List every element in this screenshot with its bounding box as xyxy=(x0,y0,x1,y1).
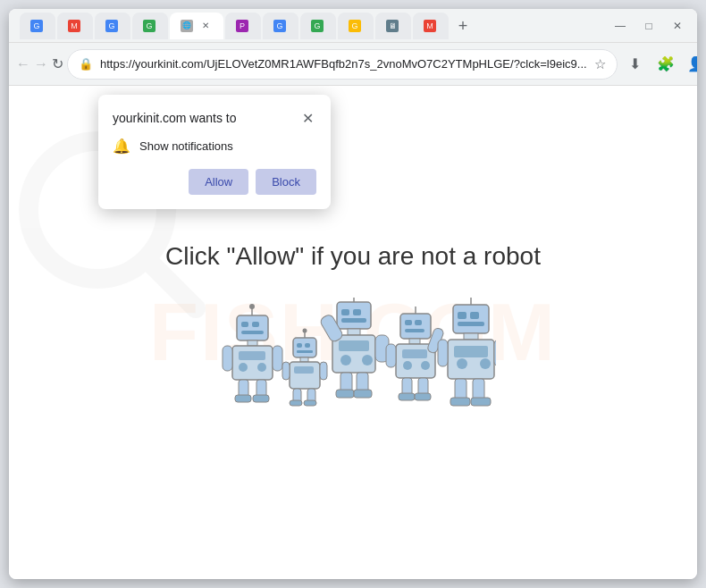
popup-notification-item: 🔔 Show notifications xyxy=(113,138,316,155)
tab-9[interactable]: G xyxy=(338,13,374,39)
svg-rect-69 xyxy=(470,312,479,319)
svg-rect-70 xyxy=(458,322,484,326)
svg-rect-26 xyxy=(290,362,320,389)
tab-close-icon[interactable]: ✕ xyxy=(198,19,213,33)
svg-rect-33 xyxy=(304,400,316,406)
tab-active-favicon: 🌐 xyxy=(181,20,193,32)
maximize-button[interactable]: □ xyxy=(636,13,661,38)
svg-rect-19 xyxy=(293,338,316,357)
svg-rect-21 xyxy=(305,343,310,348)
tab-1-favicon: G xyxy=(30,20,43,32)
tab-4[interactable]: G xyxy=(132,13,168,39)
svg-point-60 xyxy=(421,361,430,370)
svg-rect-54 xyxy=(405,329,424,332)
svg-rect-29 xyxy=(320,362,327,380)
svg-rect-5 xyxy=(241,331,264,334)
popup-actions: Allow Block xyxy=(113,169,316,195)
download-button[interactable]: ⬇ xyxy=(621,50,650,79)
minimize-button[interactable]: — xyxy=(608,13,633,38)
tab-4-favicon: G xyxy=(143,20,155,32)
robots-svg xyxy=(210,298,496,423)
svg-rect-80 xyxy=(455,379,466,400)
svg-rect-10 xyxy=(239,351,265,360)
tab-11[interactable]: M xyxy=(413,13,449,39)
tab-7-favicon: G xyxy=(273,20,286,32)
popup-title: yourkinit.com wants to xyxy=(113,111,237,125)
tabs-area: G M G G 🌐 ✕ P G xyxy=(16,13,604,39)
browser-window: G M G G 🌐 ✕ P G xyxy=(9,9,697,579)
svg-point-12 xyxy=(257,363,266,372)
svg-rect-66 xyxy=(415,393,431,400)
profile-button[interactable]: 👤 xyxy=(682,50,697,79)
notification-popup: yourkinit.com wants to ✕ 🔔 Show notifica… xyxy=(98,95,331,209)
svg-rect-13 xyxy=(223,346,232,371)
svg-point-43 xyxy=(340,355,351,365)
svg-rect-83 xyxy=(471,398,491,406)
popup-close-button[interactable]: ✕ xyxy=(298,109,316,127)
svg-rect-2 xyxy=(237,315,268,340)
lock-icon: 🔒 xyxy=(79,57,93,71)
extensions-button[interactable]: 🧩 xyxy=(651,50,680,79)
svg-rect-78 xyxy=(438,340,448,366)
tab-9-favicon: G xyxy=(349,20,361,32)
tab-3-favicon: G xyxy=(105,20,118,32)
svg-rect-3 xyxy=(241,322,248,327)
tab-10-favicon: 🖥 xyxy=(386,20,399,32)
block-button[interactable]: Block xyxy=(256,169,316,195)
page-message: Click "Allow" if you are not a robot xyxy=(165,242,541,271)
svg-rect-36 xyxy=(353,309,361,315)
svg-rect-73 xyxy=(464,333,478,340)
svg-rect-51 xyxy=(400,314,431,339)
tab-2[interactable]: M xyxy=(57,13,93,39)
tab-7[interactable]: G xyxy=(263,13,298,39)
svg-point-24 xyxy=(303,329,307,333)
svg-rect-28 xyxy=(282,362,290,380)
svg-rect-56 xyxy=(409,339,420,344)
tab-10[interactable]: 🖥 xyxy=(375,13,411,39)
close-window-button[interactable]: ✕ xyxy=(665,13,690,38)
svg-rect-17 xyxy=(235,395,251,402)
refresh-button[interactable]: ↻ xyxy=(52,50,63,79)
address-text: https://yourkinit.com/UjELOVetZ0MR1AWFBq… xyxy=(100,57,587,71)
svg-rect-82 xyxy=(450,398,470,406)
bell-icon: 🔔 xyxy=(113,138,130,155)
svg-rect-81 xyxy=(473,379,484,400)
svg-rect-67 xyxy=(453,305,489,333)
svg-rect-37 xyxy=(341,318,366,323)
tab-8[interactable]: G xyxy=(300,13,336,39)
new-tab-button[interactable]: + xyxy=(450,14,475,39)
svg-rect-32 xyxy=(290,400,302,406)
tab-6-favicon: P xyxy=(236,20,248,32)
svg-rect-8 xyxy=(248,340,257,346)
tab-1[interactable]: G xyxy=(20,13,55,39)
svg-rect-75 xyxy=(454,346,488,357)
notification-text: Show notifications xyxy=(139,139,233,153)
svg-rect-20 xyxy=(297,343,302,348)
address-bar: ← → ↻ 🔒 https://yourkinit.com/UjELOVetZ0… xyxy=(9,43,697,86)
svg-rect-27 xyxy=(294,366,314,374)
title-bar: G M G G 🌐 ✕ P G xyxy=(9,9,697,43)
page-content: FISH.COM Click "Allow" if you are not a … xyxy=(9,86,697,579)
allow-button[interactable]: Allow xyxy=(189,169,248,195)
svg-rect-79 xyxy=(494,340,496,366)
address-bar-input[interactable]: 🔒 https://yourkinit.com/UjELOVetZ0MR1AWF… xyxy=(67,49,618,80)
svg-rect-4 xyxy=(252,322,259,327)
tab-active[interactable]: 🌐 ✕ xyxy=(170,13,223,39)
svg-rect-50 xyxy=(354,390,372,398)
tab-2-favicon: M xyxy=(68,20,80,32)
tab-3[interactable]: G xyxy=(95,13,130,39)
svg-rect-53 xyxy=(415,320,422,325)
tab-11-favicon: M xyxy=(424,20,436,32)
bookmark-icon[interactable]: ☆ xyxy=(594,56,606,72)
svg-point-44 xyxy=(362,355,373,365)
back-button[interactable]: ← xyxy=(16,50,30,79)
svg-point-76 xyxy=(457,358,467,369)
svg-rect-65 xyxy=(399,393,415,400)
forward-button[interactable]: → xyxy=(34,50,48,79)
svg-rect-34 xyxy=(337,302,371,329)
tab-6[interactable]: P xyxy=(225,13,261,39)
svg-point-59 xyxy=(403,361,412,370)
svg-rect-9 xyxy=(232,346,273,380)
tab-8-favicon: G xyxy=(311,20,324,32)
svg-rect-22 xyxy=(297,350,313,353)
